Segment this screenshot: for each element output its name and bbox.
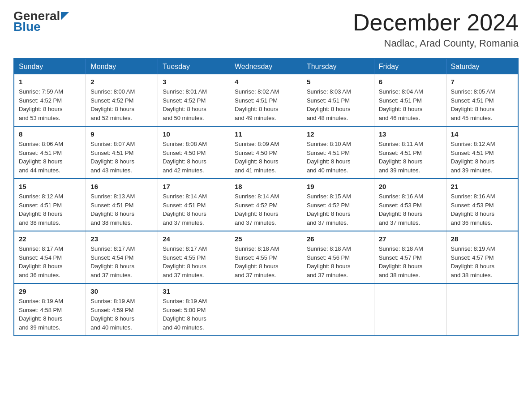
day-info: Sunrise: 8:07 AM Sunset: 4:51 PM Dayligh… bbox=[90, 140, 153, 175]
day-number: 24 bbox=[163, 235, 225, 243]
day-number: 11 bbox=[235, 130, 297, 138]
calendar-day-cell: 14 Sunrise: 8:12 AM Sunset: 4:51 PM Dayl… bbox=[446, 126, 518, 179]
calendar-day-cell: 24 Sunrise: 8:17 AM Sunset: 4:55 PM Dayl… bbox=[158, 231, 230, 283]
calendar-empty-cell bbox=[302, 283, 374, 336]
calendar-day-cell: 4 Sunrise: 8:02 AM Sunset: 4:51 PM Dayli… bbox=[230, 74, 302, 126]
day-number: 19 bbox=[307, 183, 369, 190]
calendar-week-row: 8 Sunrise: 8:06 AM Sunset: 4:51 PM Dayli… bbox=[14, 126, 518, 179]
location-subtitle: Nadlac, Arad County, Romania bbox=[353, 38, 519, 49]
calendar-day-cell: 22 Sunrise: 8:17 AM Sunset: 4:54 PM Dayl… bbox=[14, 231, 86, 283]
weekday-header-tuesday: Tuesday bbox=[158, 59, 230, 74]
day-info: Sunrise: 8:18 AM Sunset: 4:57 PM Dayligh… bbox=[379, 244, 442, 279]
day-info: Sunrise: 8:10 AM Sunset: 4:51 PM Dayligh… bbox=[307, 140, 369, 175]
day-info: Sunrise: 8:12 AM Sunset: 4:51 PM Dayligh… bbox=[19, 192, 81, 227]
day-info: Sunrise: 8:17 AM Sunset: 4:55 PM Dayligh… bbox=[163, 244, 225, 279]
day-number: 1 bbox=[19, 78, 81, 86]
calendar-day-cell: 16 Sunrise: 8:13 AM Sunset: 4:51 PM Dayl… bbox=[86, 179, 158, 231]
day-info: Sunrise: 8:01 AM Sunset: 4:52 PM Dayligh… bbox=[163, 87, 225, 122]
day-info: Sunrise: 8:17 AM Sunset: 4:54 PM Dayligh… bbox=[90, 244, 153, 279]
page-header: General Blue December 2024 Nadlac, Arad … bbox=[13, 9, 519, 49]
day-number: 21 bbox=[451, 183, 513, 190]
day-info: Sunrise: 8:16 AM Sunset: 4:53 PM Dayligh… bbox=[379, 192, 442, 227]
calendar-day-cell: 6 Sunrise: 8:04 AM Sunset: 4:51 PM Dayli… bbox=[374, 74, 446, 126]
day-info: Sunrise: 8:03 AM Sunset: 4:51 PM Dayligh… bbox=[307, 87, 369, 122]
day-number: 9 bbox=[90, 130, 153, 138]
day-number: 7 bbox=[451, 78, 513, 86]
day-info: Sunrise: 8:05 AM Sunset: 4:51 PM Dayligh… bbox=[451, 87, 513, 122]
calendar-day-cell: 7 Sunrise: 8:05 AM Sunset: 4:51 PM Dayli… bbox=[446, 74, 518, 126]
day-info: Sunrise: 8:11 AM Sunset: 4:51 PM Dayligh… bbox=[379, 140, 442, 175]
day-number: 28 bbox=[451, 235, 513, 243]
calendar-day-cell: 28 Sunrise: 8:19 AM Sunset: 4:57 PM Dayl… bbox=[446, 231, 518, 283]
day-number: 5 bbox=[307, 78, 369, 86]
logo: General Blue bbox=[13, 9, 69, 34]
day-number: 17 bbox=[163, 183, 225, 190]
calendar-day-cell: 13 Sunrise: 8:11 AM Sunset: 4:51 PM Dayl… bbox=[374, 126, 446, 179]
calendar-day-cell: 20 Sunrise: 8:16 AM Sunset: 4:53 PM Dayl… bbox=[374, 179, 446, 231]
calendar-day-cell: 1 Sunrise: 7:59 AM Sunset: 4:52 PM Dayli… bbox=[14, 74, 86, 126]
calendar-day-cell: 25 Sunrise: 8:18 AM Sunset: 4:55 PM Dayl… bbox=[230, 231, 302, 283]
calendar-header-row: SundayMondayTuesdayWednesdayThursdayFrid… bbox=[14, 59, 518, 74]
weekday-header-monday: Monday bbox=[86, 59, 158, 74]
day-number: 20 bbox=[379, 183, 442, 190]
calendar-day-cell: 5 Sunrise: 8:03 AM Sunset: 4:51 PM Dayli… bbox=[302, 74, 374, 126]
day-number: 14 bbox=[451, 130, 513, 138]
calendar-week-row: 22 Sunrise: 8:17 AM Sunset: 4:54 PM Dayl… bbox=[14, 231, 518, 283]
day-number: 15 bbox=[19, 183, 81, 190]
day-number: 23 bbox=[90, 235, 153, 243]
day-number: 31 bbox=[163, 287, 225, 295]
day-info: Sunrise: 8:04 AM Sunset: 4:51 PM Dayligh… bbox=[379, 87, 442, 122]
day-number: 22 bbox=[19, 235, 81, 243]
month-title: December 2024 bbox=[353, 9, 519, 36]
calendar-day-cell: 30 Sunrise: 8:19 AM Sunset: 4:59 PM Dayl… bbox=[86, 283, 158, 336]
calendar-week-row: 29 Sunrise: 8:19 AM Sunset: 4:58 PM Dayl… bbox=[14, 283, 518, 336]
calendar-day-cell: 9 Sunrise: 8:07 AM Sunset: 4:51 PM Dayli… bbox=[86, 126, 158, 179]
day-info: Sunrise: 8:08 AM Sunset: 4:50 PM Dayligh… bbox=[163, 140, 225, 175]
day-number: 12 bbox=[307, 130, 369, 138]
calendar-table: SundayMondayTuesdayWednesdayThursdayFrid… bbox=[13, 58, 519, 336]
logo-blue-text: Blue bbox=[13, 20, 41, 34]
day-info: Sunrise: 8:14 AM Sunset: 4:51 PM Dayligh… bbox=[163, 192, 225, 227]
day-info: Sunrise: 8:19 AM Sunset: 4:59 PM Dayligh… bbox=[90, 297, 153, 332]
day-info: Sunrise: 8:18 AM Sunset: 4:56 PM Dayligh… bbox=[307, 244, 369, 279]
calendar-day-cell: 8 Sunrise: 8:06 AM Sunset: 4:51 PM Dayli… bbox=[14, 126, 86, 179]
day-info: Sunrise: 8:13 AM Sunset: 4:51 PM Dayligh… bbox=[90, 192, 153, 227]
day-number: 16 bbox=[90, 183, 153, 190]
calendar-day-cell: 10 Sunrise: 8:08 AM Sunset: 4:50 PM Dayl… bbox=[158, 126, 230, 179]
calendar-day-cell: 12 Sunrise: 8:10 AM Sunset: 4:51 PM Dayl… bbox=[302, 126, 374, 179]
weekday-header-saturday: Saturday bbox=[446, 59, 518, 74]
day-number: 4 bbox=[235, 78, 297, 86]
day-info: Sunrise: 8:17 AM Sunset: 4:54 PM Dayligh… bbox=[19, 244, 81, 279]
day-number: 13 bbox=[379, 130, 442, 138]
day-number: 27 bbox=[379, 235, 442, 243]
day-number: 25 bbox=[235, 235, 297, 243]
day-info: Sunrise: 8:09 AM Sunset: 4:50 PM Dayligh… bbox=[235, 140, 297, 175]
day-info: Sunrise: 8:19 AM Sunset: 4:57 PM Dayligh… bbox=[451, 244, 513, 279]
calendar-week-row: 15 Sunrise: 8:12 AM Sunset: 4:51 PM Dayl… bbox=[14, 179, 518, 231]
day-info: Sunrise: 8:00 AM Sunset: 4:52 PM Dayligh… bbox=[90, 87, 153, 122]
calendar-day-cell: 21 Sunrise: 8:16 AM Sunset: 4:53 PM Dayl… bbox=[446, 179, 518, 231]
day-number: 10 bbox=[163, 130, 225, 138]
day-info: Sunrise: 7:59 AM Sunset: 4:52 PM Dayligh… bbox=[19, 87, 81, 122]
day-number: 29 bbox=[19, 287, 81, 295]
calendar-day-cell: 19 Sunrise: 8:15 AM Sunset: 4:52 PM Dayl… bbox=[302, 179, 374, 231]
day-info: Sunrise: 8:19 AM Sunset: 4:58 PM Dayligh… bbox=[19, 297, 81, 332]
calendar-empty-cell bbox=[446, 283, 518, 336]
day-info: Sunrise: 8:02 AM Sunset: 4:51 PM Dayligh… bbox=[235, 87, 297, 122]
calendar-day-cell: 3 Sunrise: 8:01 AM Sunset: 4:52 PM Dayli… bbox=[158, 74, 230, 126]
day-info: Sunrise: 8:06 AM Sunset: 4:51 PM Dayligh… bbox=[19, 140, 81, 175]
svg-marker-0 bbox=[61, 12, 69, 20]
calendar-day-cell: 11 Sunrise: 8:09 AM Sunset: 4:50 PM Dayl… bbox=[230, 126, 302, 179]
calendar-week-row: 1 Sunrise: 7:59 AM Sunset: 4:52 PM Dayli… bbox=[14, 74, 518, 126]
day-info: Sunrise: 8:16 AM Sunset: 4:53 PM Dayligh… bbox=[451, 192, 513, 227]
day-number: 18 bbox=[235, 183, 297, 190]
calendar-day-cell: 26 Sunrise: 8:18 AM Sunset: 4:56 PM Dayl… bbox=[302, 231, 374, 283]
weekday-header-wednesday: Wednesday bbox=[230, 59, 302, 74]
day-info: Sunrise: 8:14 AM Sunset: 4:52 PM Dayligh… bbox=[235, 192, 297, 227]
day-info: Sunrise: 8:18 AM Sunset: 4:55 PM Dayligh… bbox=[235, 244, 297, 279]
calendar-day-cell: 31 Sunrise: 8:19 AM Sunset: 5:00 PM Dayl… bbox=[158, 283, 230, 336]
calendar-day-cell: 18 Sunrise: 8:14 AM Sunset: 4:52 PM Dayl… bbox=[230, 179, 302, 231]
day-info: Sunrise: 8:19 AM Sunset: 5:00 PM Dayligh… bbox=[163, 297, 225, 332]
logo-arrow-icon bbox=[61, 12, 69, 20]
day-number: 30 bbox=[90, 287, 153, 295]
